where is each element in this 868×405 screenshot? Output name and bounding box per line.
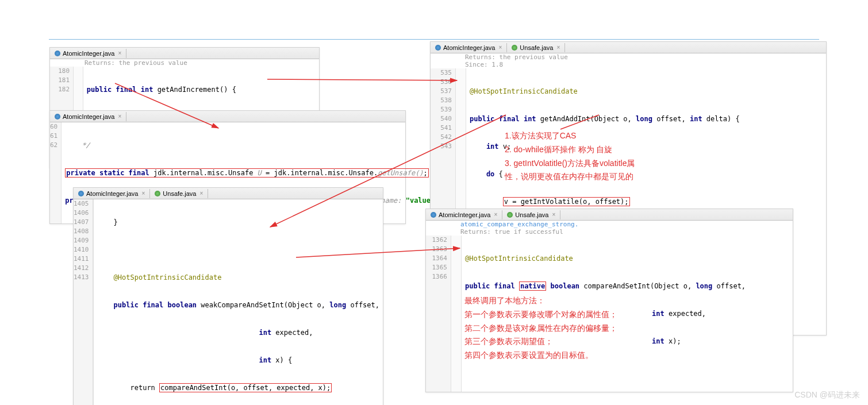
- annot-line: 1.该方法实现了CAS: [505, 129, 723, 143]
- close-icon[interactable]: ×: [118, 50, 122, 56]
- javadoc-header: Returns: the previous value: [431, 53, 826, 61]
- tab-label: AtomicInteger.java: [439, 211, 491, 218]
- annot-line: 3. getIntVolatitle()方法具备volatitle属: [505, 157, 723, 171]
- code-lines[interactable]: } @HotSpotIntrinsicCandidate public fina…: [94, 199, 383, 405]
- close-icon[interactable]: ×: [552, 211, 555, 218]
- close-icon[interactable]: ×: [118, 113, 122, 119]
- tab-atomicinteger[interactable]: AtomicInteger.java ×: [50, 112, 126, 121]
- java-file-icon: [431, 212, 436, 218]
- tab-label: AtomicInteger.java: [63, 50, 115, 57]
- tab-bar: AtomicInteger.java × Unsafe.java ×: [426, 209, 793, 221]
- close-icon[interactable]: ×: [499, 44, 502, 51]
- tab-label: Unsafe.java: [515, 211, 548, 218]
- java-file-icon: [55, 114, 60, 119]
- tab-atomicinteger[interactable]: AtomicInteger.java ×: [74, 189, 150, 198]
- annotation-native-params: 最终调用了本地方法： 第一个参数表示要修改哪个对象的属性值； 第二个参数是该对象…: [464, 294, 712, 362]
- tab-label: AtomicInteger.java: [443, 44, 496, 51]
- javadoc-since: Since: 1.8: [431, 61, 826, 68]
- top-divider: [49, 39, 819, 40]
- tab-atomicinteger[interactable]: AtomicInteger.java ×: [431, 43, 507, 52]
- annot-line: 性，说明更改值在内存中都是可见的: [505, 170, 723, 184]
- line-gutter: 60 61 62: [50, 122, 62, 223]
- tab-bar: AtomicInteger.java × Unsafe.java ×: [431, 42, 826, 53]
- tab-unsafe[interactable]: Unsafe.java ×: [150, 189, 208, 198]
- java-file-icon: [55, 51, 60, 56]
- code-body: 140514061407140814091410141114121413 } @…: [74, 199, 383, 405]
- tab-label: Unsafe.java: [163, 190, 196, 197]
- annot-line: 第二个参数是该对象属性在内存的偏移量；: [464, 322, 712, 335]
- javadoc-header: Returns: the previous value: [50, 59, 319, 67]
- javadoc-line: atomic_compare_exchange_strong.: [426, 221, 793, 228]
- line-gutter: 140514061407140814091410141114121413: [74, 199, 93, 405]
- java-file-icon: [512, 45, 517, 51]
- gutter-extra: [451, 236, 462, 392]
- annot-line: 2. do-while循环操作 称为 自旋: [505, 143, 723, 157]
- tab-label: Unsafe.java: [520, 44, 553, 51]
- java-file-icon: [155, 191, 160, 196]
- tab-bar: AtomicInteger.java ×: [50, 48, 319, 59]
- tab-label: AtomicInteger.java: [86, 190, 139, 197]
- close-icon[interactable]: ×: [142, 190, 145, 196]
- tab-atomicinteger[interactable]: AtomicInteger.java ×: [50, 49, 126, 58]
- tab-unsafe[interactable]: Unsafe.java ×: [507, 43, 565, 52]
- annot-line: 第一个参数表示要修改哪个对象的属性值；: [464, 308, 712, 322]
- java-file-icon: [507, 212, 513, 218]
- code-panel-4: AtomicInteger.java × Unsafe.java × 14051…: [73, 187, 383, 405]
- annotation-cas-notes: 1.该方法实现了CAS 2. do-while循环操作 称为 自旋 3. get…: [505, 129, 723, 184]
- close-icon[interactable]: ×: [556, 44, 560, 51]
- close-icon[interactable]: ×: [494, 211, 498, 218]
- close-icon[interactable]: ×: [199, 190, 203, 196]
- java-file-icon: [435, 45, 441, 51]
- annot-line: 最终调用了本地方法：: [464, 294, 712, 308]
- java-file-icon: [78, 191, 84, 196]
- annot-line: 第四个参数表示要设置为的目标值。: [464, 349, 712, 362]
- javadoc-returns: Returns: true if successful: [426, 228, 793, 236]
- tab-bar: AtomicInteger.java × Unsafe.java ×: [74, 188, 383, 199]
- tab-label: AtomicInteger.java: [63, 113, 115, 120]
- tab-bar: AtomicInteger.java ×: [50, 111, 405, 122]
- watermark: CSDN @码进未来: [794, 390, 860, 400]
- tab-unsafe[interactable]: Unsafe.java ×: [502, 210, 560, 219]
- line-gutter: 13621363136413651366: [426, 236, 451, 392]
- tab-atomicinteger[interactable]: AtomicInteger.java ×: [426, 210, 502, 219]
- annot-line: 第三个参数表示期望值；: [464, 335, 712, 349]
